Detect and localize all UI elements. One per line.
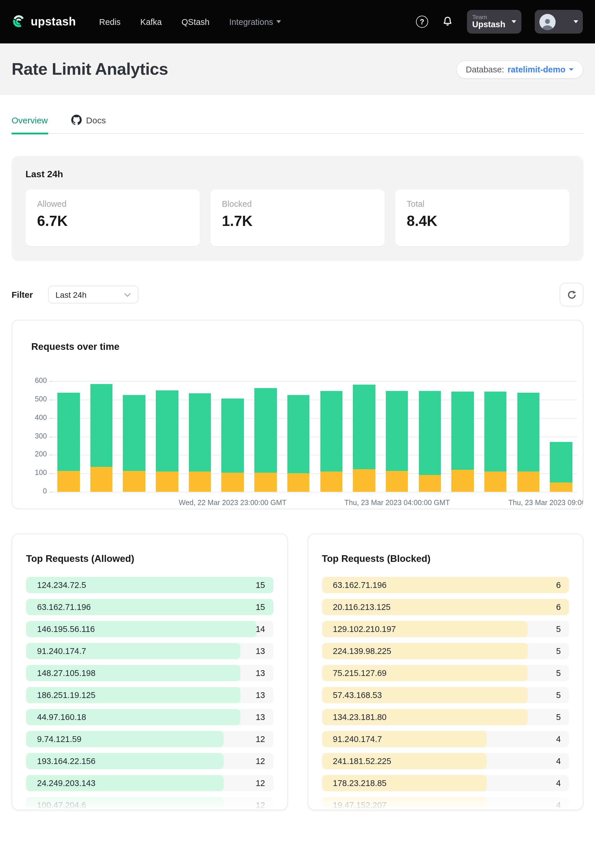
allowed-segment [156,391,178,472]
nav-link-redis[interactable]: Redis [99,17,121,27]
request-count: 13 [256,713,265,722]
request-count: 12 [256,800,265,810]
blocked-segment [452,470,474,492]
list-item: 24.249.203.14312 [26,775,273,791]
list-item: 148.27.105.19813 [26,665,273,681]
chevron-down-icon [124,292,131,297]
y-tick [49,473,53,474]
list-item: 100.47.204.612 [26,797,273,810]
upstash-logo[interactable]: upstash [12,15,76,28]
blocked-segment [189,471,211,492]
list-item: 193.164.22.15612 [26,753,273,769]
allowed-segment [452,391,474,470]
blocked-segment [254,473,277,492]
request-count: 5 [556,691,561,700]
allowed-segment [386,391,408,471]
request-count: 15 [256,580,265,590]
time-range-select[interactable]: Last 24h [48,286,138,304]
stacked-bar [189,393,211,492]
y-tick [49,455,53,456]
chevron-down-icon [569,68,574,70]
tab-docs[interactable]: Docs [71,115,106,134]
stacked-bar [419,391,441,492]
list-item: 63.162.71.19615 [26,599,273,615]
stacked-bar [550,442,573,492]
allowed-segment [221,399,244,473]
blocked-segment [550,483,573,492]
list-item: 241.181.52.2254 [322,753,569,769]
tab-bar: Overview Docs [12,115,583,134]
time-range-value: Last 24h [55,290,86,299]
list-item: 19.47.152.2074 [322,797,569,810]
allowed-list-title: Top Requests (Allowed) [26,553,273,564]
stat-value: 1.7K [222,213,373,229]
database-label: Database: [466,65,504,74]
nav-link-qstash[interactable]: QStash [182,17,210,27]
chart-plot: 0100200300400500600Wed, 22 Mar 2023 23:0… [53,381,577,509]
allowed-segment [550,442,573,483]
page-header: Rate Limit Analytics Database: ratelimit… [0,43,595,95]
upstash-swirl-icon [12,15,25,28]
allowed-segment [123,395,145,471]
team-label: Team [472,14,505,21]
github-icon [71,115,81,125]
ip-address: 63.162.71.196 [37,602,91,612]
allowed-segment [419,391,441,475]
database-selector[interactable]: Database: ratelimit-demo [456,60,583,78]
ip-address: 19.47.152.207 [333,800,387,810]
brand-name: upstash [31,15,76,28]
list-item: 91.240.174.74 [322,731,569,747]
request-count: 5 [556,624,561,634]
ip-address: 44.97.160.18 [37,713,86,722]
tab-overview[interactable]: Overview [12,115,48,134]
blocked-list-rows: 63.162.71.196620.116.213.1256129.102.210… [322,577,569,810]
y-tick-label: 400 [28,413,47,421]
stacked-bar [484,391,506,492]
stacked-bar [320,391,343,492]
allowed-segment [189,393,211,471]
help-icon[interactable]: ? [416,16,428,28]
chevron-down-icon [574,20,578,23]
blocked-segment [156,472,178,492]
stacked-bar [254,388,277,492]
request-count: 13 [256,647,265,656]
stacked-bar [353,384,375,492]
refresh-icon [566,289,577,300]
list-item: 20.116.213.1256 [322,599,569,615]
request-count: 14 [256,624,265,634]
stat-label: Allowed [37,199,188,208]
ip-address: 91.240.174.7 [37,647,86,656]
request-count: 6 [556,580,561,590]
list-item: 146.195.56.11614 [26,621,273,637]
request-count: 5 [556,647,561,656]
refresh-button[interactable] [560,283,583,306]
list-item: 186.251.19.12513 [26,687,273,703]
list-item: 134.23.181.805 [322,709,569,725]
chart-title: Requests over time [31,341,577,352]
bell-icon[interactable] [441,16,454,28]
nav-link-integrations[interactable]: Integrations [229,17,281,27]
team-name: Upstash [472,21,505,30]
stats-panel: Last 24h Allowed6.7KBlocked1.7KTotal8.4K [12,156,583,261]
y-tick-label: 100 [28,469,47,477]
gridline [53,492,577,492]
team-switcher[interactable]: Team Upstash [467,10,521,34]
list-item: 9.74.121.5912 [26,731,273,747]
ip-address: 148.27.105.198 [37,669,96,678]
account-menu[interactable] [535,10,583,34]
ip-address: 91.240.174.7 [333,735,382,744]
blocked-segment [353,469,375,492]
ip-address: 186.251.19.125 [37,691,96,700]
nav-link-kafka[interactable]: Kafka [140,17,162,27]
list-item: 124.234.72.515 [26,577,273,593]
allowed-segment [287,395,310,473]
ip-address: 146.195.56.116 [37,624,95,634]
y-tick-label: 0 [28,487,47,495]
stat-card-total: Total8.4K [395,189,570,246]
tab-docs-label: Docs [86,115,106,125]
requests-chart-card: Requests over time 0100200300400500600We… [12,320,583,509]
blocked-segment [90,467,112,492]
stat-card-allowed: Allowed6.7K [25,189,200,246]
allowed-segment [320,391,343,471]
request-count: 5 [556,713,561,722]
